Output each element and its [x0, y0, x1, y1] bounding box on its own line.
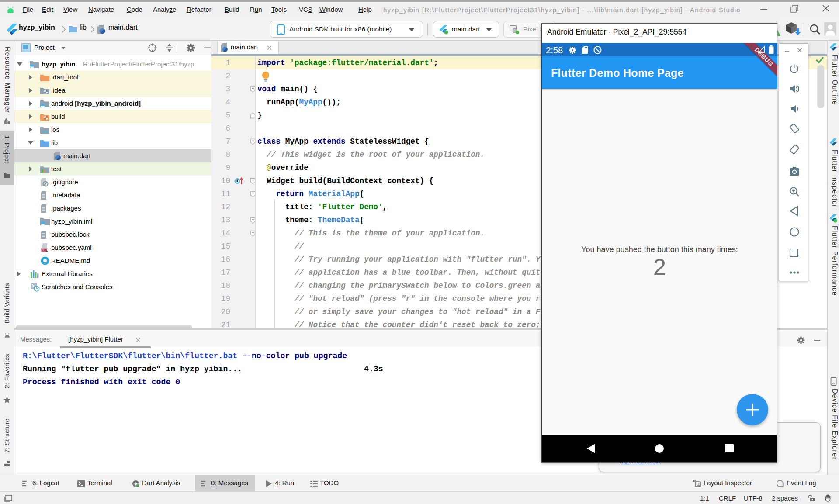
svg-text:YML: YML [41, 249, 48, 252]
